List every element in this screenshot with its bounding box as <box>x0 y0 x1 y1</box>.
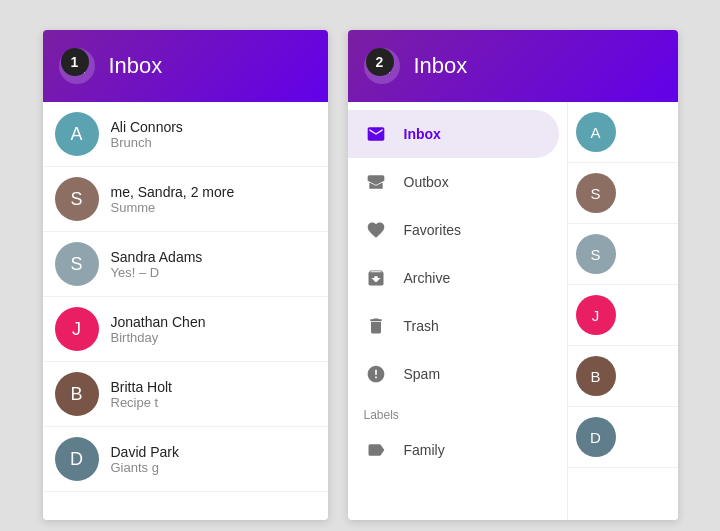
email-sender-1: Ali Connors <box>111 119 316 135</box>
panel-1: 1 Inbox A Ali Connors Brunch S me, Sandr… <box>43 30 328 520</box>
email-item-5[interactable]: B Britta Holt Recipe t <box>43 362 328 427</box>
right-avatar-4: J <box>576 295 616 335</box>
nav-item-spam[interactable]: Spam <box>348 350 559 398</box>
email-content-2: me, Sandra, 2 more Summe <box>111 184 316 215</box>
nav-item-favorites[interactable]: Favorites <box>348 206 559 254</box>
email-content-4: Jonathan Chen Birthday <box>111 314 316 345</box>
right-avatar-5: B <box>576 356 616 396</box>
email-sender-5: Britta Holt <box>111 379 316 395</box>
trash-icon <box>364 314 388 338</box>
email-sender-2: me, Sandra, 2 more <box>111 184 316 200</box>
inbox-title-2: Inbox <box>414 53 468 79</box>
right-email-item-2[interactable]: S <box>568 163 678 224</box>
right-avatar-2: S <box>576 173 616 213</box>
nav-label-favorites: Favorites <box>404 222 462 238</box>
email-preview-4: Birthday <box>111 330 316 345</box>
nav-label-inbox: Inbox <box>404 126 441 142</box>
email-preview-6: Giants g <box>111 460 316 475</box>
email-item-4[interactable]: J Jonathan Chen Birthday <box>43 297 328 362</box>
avatar-3: S <box>55 242 99 286</box>
avatar-5: B <box>55 372 99 416</box>
nav-item-archive[interactable]: Archive <box>348 254 559 302</box>
badge-1: 1 <box>61 48 89 76</box>
avatar-4: J <box>55 307 99 351</box>
email-item-1[interactable]: A Ali Connors Brunch <box>43 102 328 167</box>
nav-item-trash[interactable]: Trash <box>348 302 559 350</box>
right-avatar-3: S <box>576 234 616 274</box>
nav-label-archive: Archive <box>404 270 451 286</box>
nav-label-family: Family <box>404 442 445 458</box>
email-sender-6: David Park <box>111 444 316 460</box>
archive-icon <box>364 266 388 290</box>
email-content-3: Sandra Adams Yes! – D <box>111 249 316 280</box>
label-icon-family <box>364 438 388 462</box>
email-content-1: Ali Connors Brunch <box>111 119 316 150</box>
email-preview-3: Yes! – D <box>111 265 316 280</box>
email-item-3[interactable]: S Sandra Adams Yes! – D <box>43 232 328 297</box>
nav-item-inbox[interactable]: Inbox <box>348 110 559 158</box>
nav-label-spam: Spam <box>404 366 441 382</box>
panel-2: 2 Inbox Inbox <box>348 30 678 520</box>
inbox-title-1: Inbox <box>109 53 163 79</box>
right-avatar-6: D <box>576 417 616 457</box>
nav-menu: Inbox Outbox Favorite <box>348 102 568 520</box>
email-content-5: Britta Holt Recipe t <box>111 379 316 410</box>
email-content-6: David Park Giants g <box>111 444 316 475</box>
spam-icon <box>364 362 388 386</box>
avatar-1: A <box>55 112 99 156</box>
email-preview-2: Summe <box>111 200 316 215</box>
avatar-6: D <box>55 437 99 481</box>
app-header-2: Inbox <box>348 30 678 102</box>
outbox-icon <box>364 170 388 194</box>
inbox-icon <box>364 122 388 146</box>
right-email-item-5[interactable]: B <box>568 346 678 407</box>
email-preview-1: Brunch <box>111 135 316 150</box>
email-panel-right: A S S J B <box>568 102 678 520</box>
email-item-6[interactable]: D David Park Giants g <box>43 427 328 492</box>
right-email-item-3[interactable]: S <box>568 224 678 285</box>
nav-label-outbox: Outbox <box>404 174 449 190</box>
email-item-2[interactable]: S me, Sandra, 2 more Summe <box>43 167 328 232</box>
labels-section-header: Labels <box>348 398 567 426</box>
badge-2: 2 <box>366 48 394 76</box>
email-sender-4: Jonathan Chen <box>111 314 316 330</box>
right-avatar-1: A <box>576 112 616 152</box>
nav-item-outbox[interactable]: Outbox <box>348 158 559 206</box>
drawer: Inbox Outbox Favorite <box>348 102 678 520</box>
favorites-icon <box>364 218 388 242</box>
nav-label-trash: Trash <box>404 318 439 334</box>
right-email-item-6[interactable]: D <box>568 407 678 468</box>
email-sender-3: Sandra Adams <box>111 249 316 265</box>
avatar-2: S <box>55 177 99 221</box>
email-list-1: A Ali Connors Brunch S me, Sandra, 2 mor… <box>43 102 328 492</box>
right-email-item-1[interactable]: A <box>568 102 678 163</box>
email-preview-5: Recipe t <box>111 395 316 410</box>
right-email-item-4[interactable]: J <box>568 285 678 346</box>
nav-item-family[interactable]: Family <box>348 426 559 474</box>
